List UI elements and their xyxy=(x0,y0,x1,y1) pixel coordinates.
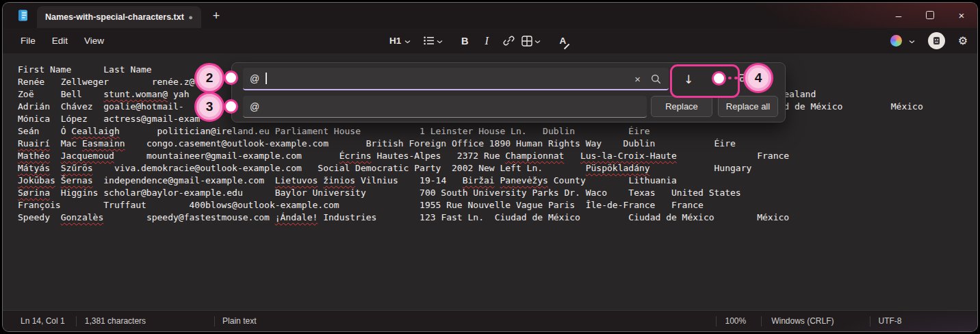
text-segment: Bell xyxy=(61,89,82,99)
menu-edit[interactable]: Edit xyxy=(44,31,76,50)
text-segment: Zellweger xyxy=(61,77,109,87)
heading-style-button[interactable]: H1 xyxy=(388,31,412,51)
text-segment: congo.casement@outlook-example.com xyxy=(146,138,328,149)
text-segment: López xyxy=(61,114,88,124)
text-segment: Texas xyxy=(628,188,655,198)
text-segment: 2372 Rue xyxy=(457,151,500,161)
misspelled-word: Lus-la-Croix-Haute xyxy=(580,151,677,161)
text-segment: Hautes-Alpes xyxy=(376,151,441,161)
misspelled-word: Biržai xyxy=(463,175,495,185)
text-segment: First Name xyxy=(18,64,71,75)
notepad-window: Names-with-special-characters.txt ● + – … xyxy=(2,2,978,332)
encoding[interactable]: UTF-8 xyxy=(879,316,902,326)
replace-value-text: @ xyxy=(250,101,259,112)
callout-3-number: 3 xyxy=(199,97,220,117)
misspelled-word: Jacquemoud xyxy=(61,151,114,161)
text-segment: Ó xyxy=(61,126,66,136)
text-segment: renée.z@ xyxy=(152,77,195,87)
text-segment: Vilnius xyxy=(361,175,398,185)
list-button[interactable] xyxy=(424,31,444,51)
text-segment: Truffaut xyxy=(103,200,146,210)
text-segment: Ciudad de México xyxy=(495,212,580,222)
misspelled-word: Jokūbas xyxy=(18,175,55,185)
text-segment: Lithuania xyxy=(628,175,676,185)
callout-step-4: 4 xyxy=(743,63,773,93)
callout-4-dot xyxy=(712,71,726,86)
text-segment: Dublin xyxy=(623,138,655,149)
text-segment: yah xyxy=(173,89,189,99)
text-segment: México xyxy=(757,212,789,222)
misspelled-word: ¡Ándale! xyxy=(275,212,318,222)
settings-gear-icon[interactable]: ⚙ xyxy=(958,34,968,47)
text-segment: 19-14 xyxy=(420,175,446,185)
chevron-down-icon xyxy=(437,40,443,44)
misspelled-word: Gonzalès xyxy=(61,212,104,222)
text-segment: Hungary xyxy=(714,163,752,173)
account-icon xyxy=(932,36,941,46)
find-input[interactable]: @ × xyxy=(243,68,669,90)
chevron-down-icon xyxy=(404,40,411,44)
link-icon xyxy=(503,35,515,47)
text-segment: 1955 Rue Nouvelle Vague Paris xyxy=(420,200,575,210)
text-segment: México xyxy=(891,101,923,112)
text-line-8: Mathéo Jacquemoud mountaineer@gmail-exam… xyxy=(18,150,789,162)
text-segment: actress@gmail-exam xyxy=(103,114,200,124)
minimize-button[interactable]: – xyxy=(883,3,914,27)
account-avatar[interactable] xyxy=(928,32,945,49)
text-segment: d de México xyxy=(784,101,842,112)
text-segment: Parliament House xyxy=(275,126,361,136)
copilot-icon[interactable] xyxy=(890,35,902,47)
misspelled-word: stunt.woman@ xyxy=(103,89,168,99)
misspelled-word: Panevėžys xyxy=(500,175,548,185)
maximize-button[interactable] xyxy=(914,3,946,27)
italic-button[interactable]: I xyxy=(478,31,495,51)
chevron-down-icon xyxy=(534,40,541,44)
find-next-button[interactable]: ↓ xyxy=(675,68,701,90)
clear-formatting-button[interactable]: A xyxy=(554,31,571,51)
clear-search-icon[interactable]: × xyxy=(634,74,641,84)
link-button[interactable] xyxy=(500,31,517,51)
unsaved-changes-dot: ● xyxy=(188,14,193,21)
text-line-5: Mónica López actress@gmail-exam xyxy=(18,113,200,125)
notepad-app-icon xyxy=(16,9,29,22)
menu-file[interactable]: File xyxy=(12,31,44,50)
line-ending-type[interactable]: Windows (CRLF) xyxy=(771,316,834,326)
text-line-10: Jokūbas Šernas independence@gmail-exampl… xyxy=(18,175,677,187)
misspelled-word: Lietuvos xyxy=(275,175,318,185)
bold-button[interactable]: B xyxy=(456,31,474,51)
text-segment: Baylor University xyxy=(275,188,366,198)
text-segment: mountaineer@gmail-example.com xyxy=(146,151,302,161)
menu-view[interactable]: View xyxy=(76,31,112,50)
replace-button[interactable]: Replace xyxy=(651,96,712,117)
text-segment: France xyxy=(757,151,789,161)
text-segment: 123 Fast Ln. xyxy=(420,212,484,222)
text-segment: Ciudad de México xyxy=(628,212,714,222)
text-line-13: Speedy Gonzalès speedy@fastestmouse.com … xyxy=(18,211,789,224)
text-segment: viva.demokracie@outlook-example.com xyxy=(114,163,302,173)
text-segment: scholar@baylor-example.edu xyxy=(103,188,243,198)
text-segment: Éire xyxy=(714,138,736,149)
replace-input[interactable]: @ xyxy=(243,96,647,118)
text-segment: 400blows@outlook-example.com xyxy=(190,200,339,210)
zoom-level[interactable]: 100% xyxy=(725,316,746,326)
chevron-down-icon xyxy=(909,40,915,44)
cursor-position: Ln 14, Col 1 xyxy=(21,316,65,326)
callout-2-dot xyxy=(224,70,238,85)
text-editor-area[interactable]: First Name Last NameRenée Zellweger rené… xyxy=(3,53,977,310)
search-icon[interactable] xyxy=(651,74,661,84)
text-segment: speedy@fastestmouse.com xyxy=(146,212,270,222)
text-segment: County xyxy=(554,175,586,185)
text-segment: Zoë xyxy=(18,89,34,99)
document-tab[interactable]: Names-with-special-characters.txt ● xyxy=(37,6,201,28)
text-segment: Chávez xyxy=(61,101,93,112)
text-line-7: Ruairí Mac Easmainn congo.casement@outlo… xyxy=(18,138,736,150)
maximize-icon xyxy=(926,11,934,19)
text-segment: Adrián xyxy=(18,101,50,112)
misspelled-word: Ceallaigh xyxy=(71,126,119,136)
replace-all-button[interactable]: Replace all xyxy=(718,96,778,117)
table-button[interactable] xyxy=(521,31,542,51)
misspelled-word: Mátyás xyxy=(18,163,50,173)
text-segment: Mac xyxy=(61,138,77,149)
new-tab-button[interactable]: + xyxy=(207,7,225,25)
close-button[interactable]: × xyxy=(946,3,977,27)
